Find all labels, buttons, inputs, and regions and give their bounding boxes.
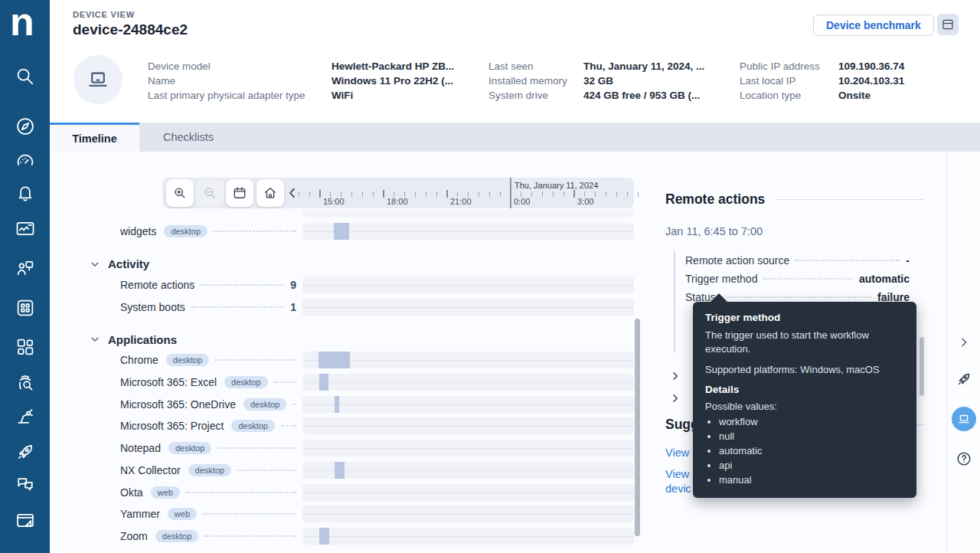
timeline-row: System boots1 bbox=[77, 296, 634, 318]
row-label: Microsoft 365: Project bbox=[120, 420, 224, 432]
device-info-value: 10.204.103.31 bbox=[838, 75, 904, 90]
tooltip-possible-values: workflownullautomaticapimanual bbox=[705, 414, 904, 487]
row-label: Microsoft 365: OneDrive bbox=[120, 398, 236, 411]
platform-badge: web bbox=[151, 486, 180, 499]
title-rule bbox=[776, 199, 924, 200]
home-button[interactable] bbox=[256, 179, 284, 207]
row-track bbox=[302, 506, 634, 522]
activity-bar[interactable] bbox=[335, 462, 345, 479]
view-link-2[interactable]: View devic bbox=[665, 467, 691, 496]
dotted-leader bbox=[274, 381, 296, 383]
section-header-applications[interactable]: Applications bbox=[77, 329, 634, 349]
chevron-right-icon bbox=[669, 370, 681, 382]
row-track bbox=[302, 223, 634, 240]
row-label: Chrome bbox=[120, 354, 158, 366]
sidebar-compass-icon[interactable] bbox=[15, 116, 36, 137]
row-track bbox=[302, 462, 634, 479]
section-header-activity[interactable]: Activity bbox=[77, 254, 634, 274]
timeline-row: Microsoft 365: Projectdesktop bbox=[77, 415, 634, 437]
platform-badge: desktop bbox=[168, 442, 212, 454]
row-label: Notepad bbox=[120, 442, 161, 454]
dotted-leader bbox=[722, 296, 871, 298]
section-label: Activity bbox=[108, 257, 149, 270]
sidebar-investigate-icon[interactable] bbox=[15, 372, 36, 394]
sidebar-gauge-icon[interactable] bbox=[15, 151, 36, 172]
field-value: automatic bbox=[859, 273, 910, 285]
device-info-label: Last primary physical adapter type bbox=[148, 90, 332, 104]
dotted-leader bbox=[204, 535, 296, 537]
sidebar-trainer-icon[interactable] bbox=[15, 257, 36, 279]
tab-checklists[interactable]: Checklists bbox=[139, 123, 237, 152]
home-icon bbox=[263, 185, 278, 201]
tooltip-arrow bbox=[710, 293, 728, 303]
dotted-leader bbox=[795, 260, 900, 261]
sidebar-automation-icon[interactable] bbox=[15, 405, 36, 427]
platform-badge: desktop bbox=[155, 530, 199, 542]
field-label[interactable]: Trigger method bbox=[685, 273, 757, 285]
activity-bar[interactable] bbox=[335, 396, 339, 413]
timeline-scroll-left-button[interactable] bbox=[285, 185, 300, 201]
field-label[interactable]: Remote action source bbox=[685, 254, 789, 267]
device-info-label: Last local IP bbox=[740, 75, 838, 90]
detail-field-row: Remote action source- bbox=[685, 251, 910, 270]
app-sidebar: n bbox=[0, 0, 50, 553]
zoom-out-button[interactable] bbox=[196, 179, 224, 207]
platform-badge: desktop bbox=[188, 464, 232, 476]
device-info-label: Name bbox=[148, 75, 332, 90]
zoom-in-button[interactable] bbox=[166, 179, 194, 207]
partial-row-track bbox=[302, 210, 634, 218]
dotted-leader bbox=[217, 447, 296, 449]
activity-bar[interactable] bbox=[318, 352, 350, 368]
tooltip-value-item: manual bbox=[719, 473, 904, 487]
sidebar-kanban-icon[interactable] bbox=[15, 336, 36, 358]
collapse-panel-button[interactable] bbox=[957, 335, 971, 352]
device-info-value: Hewlett-Packard HP ZB... bbox=[332, 61, 454, 75]
device-info-value: 32 GB bbox=[583, 75, 704, 90]
question-mark-icon bbox=[956, 450, 972, 467]
row-count: 1 bbox=[290, 301, 296, 313]
device-rail-button-active[interactable] bbox=[952, 407, 976, 431]
details-panel-scrollbar[interactable] bbox=[920, 337, 924, 396]
sidebar-grid-icon[interactable] bbox=[15, 297, 36, 319]
help-button[interactable] bbox=[956, 450, 972, 470]
timeline-row: Notepaddesktop bbox=[77, 437, 634, 460]
device-benchmark-button[interactable]: Device benchmark bbox=[813, 15, 934, 36]
device-info-label: Location type bbox=[740, 90, 838, 104]
row-track bbox=[302, 484, 634, 501]
sidebar-bell-icon[interactable] bbox=[15, 183, 36, 205]
activity-bar[interactable] bbox=[334, 223, 349, 240]
panel-layout-button[interactable] bbox=[937, 14, 959, 35]
view-link-1[interactable]: View bbox=[665, 446, 689, 460]
dotted-leader bbox=[203, 513, 296, 515]
field-value: - bbox=[906, 254, 910, 267]
device-avatar bbox=[74, 55, 122, 104]
timeline-vertical-scrollbar[interactable] bbox=[635, 319, 640, 536]
details-panel-title: Remote actions bbox=[665, 191, 765, 208]
platform-badge: desktop bbox=[166, 354, 210, 366]
collapsed-group-toggle-2[interactable] bbox=[669, 392, 681, 404]
dotted-leader bbox=[186, 492, 296, 493]
activity-bar[interactable] bbox=[319, 528, 329, 545]
calendar-button[interactable] bbox=[226, 179, 253, 207]
timeline-row: Oktaweb bbox=[77, 481, 634, 503]
collapsed-group-toggle-1[interactable] bbox=[669, 370, 681, 382]
sidebar-search-icon[interactable] bbox=[15, 66, 36, 87]
sidebar-rocket-icon[interactable] bbox=[15, 441, 36, 463]
timeline-row: Chromedesktop bbox=[77, 349, 634, 371]
remote-actions-rail-button[interactable] bbox=[956, 371, 972, 391]
tooltip-value-item: automatic bbox=[719, 443, 904, 458]
detail-field-row: Trigger methodautomatic bbox=[685, 270, 910, 288]
sidebar-chat-icon[interactable] bbox=[15, 474, 36, 496]
platform-badge: desktop bbox=[164, 225, 207, 237]
sidebar-design-icon[interactable] bbox=[15, 510, 36, 532]
timeline-row: Yammerweb bbox=[77, 503, 634, 525]
device-info-label: Public IP address bbox=[740, 61, 838, 75]
sidebar-monitor-activity-icon[interactable] bbox=[15, 218, 36, 240]
right-rail bbox=[947, 152, 980, 553]
row-track bbox=[302, 299, 634, 316]
tab-timeline[interactable]: Timeline bbox=[50, 123, 139, 152]
rocket-icon bbox=[956, 371, 972, 388]
activity-bar[interactable] bbox=[319, 374, 328, 391]
brand-logo[interactable]: n bbox=[10, 0, 34, 44]
layout-icon bbox=[941, 18, 955, 31]
